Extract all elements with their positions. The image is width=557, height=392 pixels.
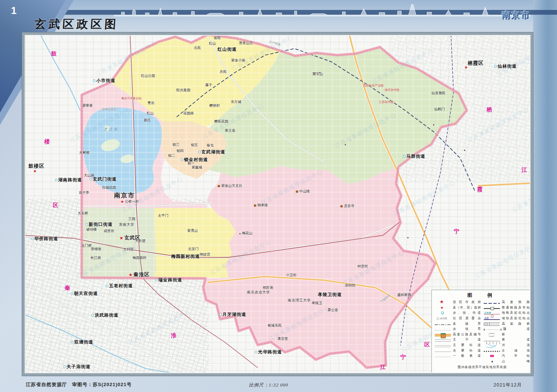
dot-icon xyxy=(403,155,406,158)
map-label: 藤子 xyxy=(205,83,212,87)
map-label: 仙居雅苑 xyxy=(431,91,445,95)
map-label: 太平门 xyxy=(158,214,169,217)
map-label: 营苑 xyxy=(214,36,221,40)
map-label: 楼 xyxy=(45,139,50,144)
legend-symbol-county-border xyxy=(435,324,451,325)
legend-note: 图内各级境界不做实地划界依据 xyxy=(435,365,530,370)
legend-row: 汽车站 xyxy=(484,353,530,359)
map-label: 樱驼花园 xyxy=(214,120,228,123)
map-label: 曹后 xyxy=(148,101,155,105)
map-label: 中山陵 xyxy=(295,189,310,193)
star-icon: ★ xyxy=(129,273,133,277)
map-label: ▲ xyxy=(407,236,409,239)
legend-label: 古城墙 xyxy=(502,349,530,353)
legend-symbol-committee: 农科院 xyxy=(435,316,451,321)
legend-symbol-town-border xyxy=(435,330,451,331)
map-label: 五老村街道 xyxy=(106,284,133,288)
map-label: 玄武湖 xyxy=(104,128,118,131)
map-label: 北安门 xyxy=(188,247,199,251)
map-label: ★秦淮区 xyxy=(129,272,149,277)
map-label: 大树根 xyxy=(79,151,90,154)
map-label: ★ xyxy=(33,169,37,173)
legend-row: 高速铁路 xyxy=(484,300,530,305)
legend-row: 迈皋桥地铁及起讫站点 xyxy=(484,310,530,316)
legend-label: 城轨及起讫站点 xyxy=(502,316,530,321)
legend-label: 汽车站 xyxy=(502,354,530,358)
map-label: 梅园新村 xyxy=(133,256,147,260)
legend-label: 设区市政府 xyxy=(453,300,481,304)
map-label: 南京农业大学 xyxy=(247,291,270,294)
map-label: 光华路街道 xyxy=(255,350,282,354)
legend-symbol-wall xyxy=(484,351,500,352)
map-label: 台城花园 xyxy=(102,186,116,189)
map-label: 宁铜铁路 xyxy=(380,294,391,304)
map-label: 锁三 xyxy=(173,143,180,146)
footer-date: 2021年12月 xyxy=(494,382,522,388)
map-label: 富贵山 xyxy=(187,229,198,232)
map-label: ★公教一村 xyxy=(120,200,139,204)
map-label: 秦 xyxy=(65,285,70,291)
temple-icon xyxy=(295,190,299,193)
dot-icon xyxy=(63,366,66,368)
map-label: ★ xyxy=(464,65,468,70)
legend-label: 山峰 xyxy=(502,359,530,364)
map-label: 蒋王庙 xyxy=(225,129,236,132)
dot-icon xyxy=(71,292,73,295)
legend-label: 高速铁路 xyxy=(502,300,530,304)
star-icon: ★ xyxy=(120,200,124,204)
map-label: 钟灵街 xyxy=(357,264,368,268)
legend-symbol-tunnel xyxy=(484,329,501,331)
legend-row: 古城墙 xyxy=(484,348,530,353)
map-label: 双塘街道 xyxy=(71,340,94,344)
legend-label: 主要街道 xyxy=(453,343,481,348)
map-label: 明故宫 xyxy=(200,253,211,256)
map-label: 湖南路街道 xyxy=(55,178,82,182)
legend-row: 索道 xyxy=(484,337,530,343)
map-label: 鼓楼区 xyxy=(28,164,45,169)
map-label: 花园路 xyxy=(183,111,194,115)
dot-icon xyxy=(71,341,74,343)
map-label: 宁 xyxy=(401,354,406,360)
map-label: 百子亭 xyxy=(79,191,89,195)
page-number: 1 xyxy=(11,5,17,17)
map-label: 锁五 xyxy=(191,143,198,147)
map-label: 区 xyxy=(424,342,430,347)
temple-icon xyxy=(253,204,257,207)
legend-label: 一般巷道 xyxy=(453,354,481,358)
legend-row: 普通铁路及车站 xyxy=(484,305,530,311)
page-title: 玄武区政区图 xyxy=(34,17,119,32)
map-label: 霞 xyxy=(477,186,483,192)
legend-label: 次要街道 xyxy=(453,349,481,353)
map-label: 大行宫 xyxy=(123,247,134,251)
map-label: 宁 xyxy=(454,228,459,234)
legend-row: 桥 xyxy=(484,332,530,338)
legend-row: 乡镇界 xyxy=(435,327,481,332)
dot-icon xyxy=(89,178,92,181)
legend-symbol-river xyxy=(484,343,500,348)
map-label: 红山公园 xyxy=(141,74,155,78)
dot-icon xyxy=(181,158,183,161)
map-label: ▲梅花山 xyxy=(239,231,252,235)
legend-row: 主要街道 xyxy=(435,343,481,348)
map-label: 大影壁 xyxy=(135,239,146,243)
legend-row: 高速公路及编号 xyxy=(435,332,481,338)
map-label: ▲ xyxy=(463,149,466,151)
map-label: 瑞金路街道 xyxy=(155,278,182,282)
legend: 图 例 设区市政府县（市、区）政府乡、镇、街道农科院社区居委会县级界乡镇界高速公… xyxy=(431,290,533,373)
map-label: 徐庄软件园 xyxy=(385,89,399,92)
map-label: 盛和家园 xyxy=(397,293,411,297)
footer-scale: 比例尺：1:32 000 xyxy=(249,382,288,388)
map-label: 廖家巷 xyxy=(82,104,93,107)
legend-label: 乡镇界 xyxy=(453,327,481,331)
map-label: 月牙湖街道 xyxy=(219,312,246,317)
legend-row: 县（市、区）政府 xyxy=(435,305,481,311)
legend-symbol-alley xyxy=(435,357,451,357)
map-label: 北门桥 xyxy=(81,244,92,247)
map-label: 东南大学 xyxy=(119,223,134,227)
map-label: 银城东苑 xyxy=(268,324,282,327)
map-label: 霞 xyxy=(252,35,258,35)
map-label: 南京汽车客运站 xyxy=(121,97,142,100)
legend-symbol-bus xyxy=(484,354,500,358)
city-title: 南京市 xyxy=(502,10,530,21)
header-accent-strip xyxy=(34,10,557,15)
